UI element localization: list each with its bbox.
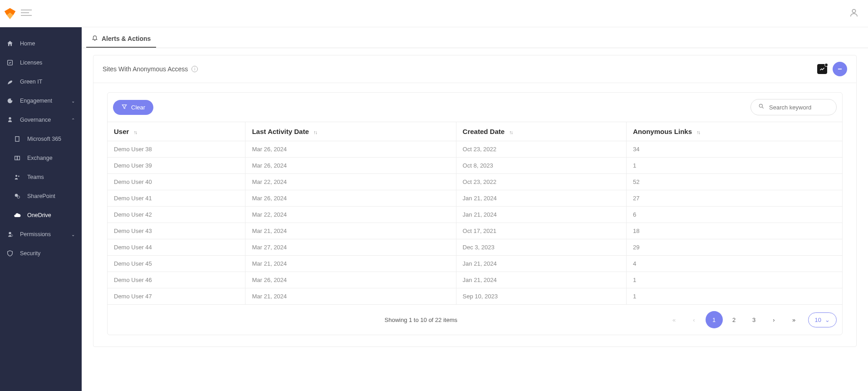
table-row[interactable]: Demo User 38Mar 26, 2024Oct 23, 202234 (108, 141, 842, 158)
sidebar-item-label: Security (20, 250, 75, 257)
sort-icon: ↑↓ (696, 129, 700, 135)
table-cell: Oct 17, 2021 (456, 223, 626, 239)
panel-actions (817, 62, 847, 76)
svg-point-11 (18, 176, 20, 177)
sidebar-item-green-it[interactable]: Green IT (0, 72, 82, 91)
table-row[interactable]: Demo User 40Mar 22, 2024Oct 23, 202252 (108, 174, 842, 190)
sidebar-item-label: Microsoft 365 (27, 136, 75, 142)
table-cell: Demo User 46 (108, 272, 245, 288)
search-input[interactable] (769, 104, 829, 111)
shield-icon (5, 249, 15, 258)
svg-point-15 (11, 235, 13, 237)
table-cell: Mar 26, 2024 (245, 141, 456, 158)
sidebar-item-permissions[interactable]: Permissions ⌄ (0, 225, 82, 244)
sidebar-item-microsoft365[interactable]: Microsoft 365 (0, 129, 82, 148)
table-toolbar: Clear (108, 93, 842, 122)
table-row[interactable]: Demo User 42Mar 22, 2024Jan 21, 20246 (108, 207, 842, 223)
search-box[interactable] (750, 99, 837, 115)
column-header-user[interactable]: User ↑↓ (108, 122, 245, 141)
sidebar-item-label: SharePoint (27, 193, 75, 199)
sidebar-item-teams[interactable]: Teams (0, 168, 82, 187)
hamburger-menu-icon[interactable] (21, 9, 32, 18)
table-cell: 18 (627, 223, 842, 239)
pagination-page-2[interactable]: 2 (726, 311, 743, 328)
table-cell: Demo User 43 (108, 223, 245, 239)
chart-toggle-button[interactable] (817, 64, 827, 74)
pagination: « ‹ 1 2 3 › » 10 ⌄ (666, 311, 837, 328)
panel-title: Sites With Anonymous Access (103, 65, 188, 73)
table-cell: Demo User 38 (108, 141, 245, 158)
sidebar-item-security[interactable]: Security (0, 244, 82, 263)
table-cell: Mar 26, 2024 (245, 272, 456, 288)
sidebar-item-governance[interactable]: Governance ⌃ (0, 110, 82, 129)
table-cell: Oct 23, 2022 (456, 141, 626, 158)
data-table: User ↑↓ Last Activity Date ↑↓ Created Da… (108, 122, 842, 305)
table-cell: Demo User 40 (108, 174, 245, 190)
app-logo[interactable] (4, 7, 16, 20)
column-header-created[interactable]: Created Date ↑↓ (456, 122, 626, 141)
table-row[interactable]: Demo User 45Mar 21, 2024Jan 21, 20244 (108, 256, 842, 272)
pagination-last-button[interactable]: » (785, 311, 803, 328)
sidebar-item-label: Governance (20, 117, 66, 123)
tab-alerts-actions[interactable]: Alerts & Actions (86, 31, 156, 48)
sort-icon: ↑↓ (314, 129, 317, 135)
panel-header: Sites With Anonymous Access i (93, 55, 856, 83)
sidebar-item-onedrive[interactable]: OneDrive (0, 206, 82, 225)
sidebar-item-label: Engagement (20, 98, 66, 104)
collapse-button[interactable] (833, 62, 847, 76)
svg-rect-9 (17, 156, 20, 160)
table-row[interactable]: Demo User 44Mar 27, 2024Dec 3, 202329 (108, 239, 842, 256)
pagination-first-button[interactable]: « (666, 311, 683, 328)
leaf-icon (5, 77, 15, 86)
sidebar-item-label: Home (20, 40, 75, 47)
table-cell: Jan 21, 2024 (456, 207, 626, 223)
bell-icon (92, 35, 98, 42)
table-cell: 29 (627, 239, 842, 256)
table-cell: 1 (627, 272, 842, 288)
table-cell: Mar 27, 2024 (245, 239, 456, 256)
pagination-prev-button[interactable]: ‹ (686, 311, 703, 328)
clear-button[interactable]: Clear (113, 100, 153, 115)
sidebar: Home Licenses Green IT Engagement ⌄ Go (0, 27, 82, 391)
table-cell: 6 (627, 207, 842, 223)
clear-button-label: Clear (131, 104, 145, 111)
info-icon[interactable]: i (191, 66, 198, 72)
table-row[interactable]: Demo User 43Mar 21, 2024Oct 17, 202118 (108, 223, 842, 239)
sidebar-item-label: OneDrive (27, 212, 75, 218)
table-cell: Demo User 41 (108, 190, 245, 207)
sidebar-item-licenses[interactable]: Licenses (0, 53, 82, 72)
pagination-page-1[interactable]: 1 (706, 311, 723, 328)
user-profile-icon[interactable] (849, 8, 859, 20)
table-cell: Mar 26, 2024 (245, 158, 456, 174)
table-card: Clear (107, 92, 843, 335)
pagination-page-3[interactable]: 3 (745, 311, 763, 328)
svg-rect-7 (15, 137, 19, 142)
sort-icon: ↑↓ (134, 129, 137, 135)
sidebar-item-label: Licenses (20, 59, 75, 66)
chevron-down-icon: ⌄ (71, 99, 75, 104)
table-row[interactable]: Demo User 41Mar 26, 2024Jan 21, 202427 (108, 190, 842, 207)
tab-bar: Alerts & Actions (82, 27, 868, 48)
pagination-next-button[interactable]: › (765, 311, 783, 328)
svg-point-6 (11, 99, 13, 100)
table-row[interactable]: Demo User 47Mar 21, 2024Sep 10, 20231 (108, 288, 842, 305)
column-header-anonymous[interactable]: Anonymous Links ↑↓ (627, 122, 842, 141)
sidebar-item-sharepoint[interactable]: SharePoint (0, 187, 82, 206)
table-row[interactable]: Demo User 46Mar 26, 2024Jan 21, 20241 (108, 272, 842, 288)
main-content: Alerts & Actions Sites With Anonymous Ac… (82, 27, 868, 391)
page-size-select[interactable]: 10 ⌄ (808, 312, 837, 327)
panel-title-container: Sites With Anonymous Access i (103, 65, 198, 73)
table-cell: Jan 21, 2024 (456, 190, 626, 207)
table-row[interactable]: Demo User 39Mar 26, 2024Oct 8, 20231 (108, 158, 842, 174)
sidebar-item-exchange[interactable]: Exchange (0, 148, 82, 168)
svg-line-18 (762, 107, 764, 109)
column-header-last-activity[interactable]: Last Activity Date ↑↓ (245, 122, 456, 141)
table-footer: Showing 1 to 10 of 22 items « ‹ 1 2 3 › … (108, 305, 842, 335)
sidebar-item-label: Permissions (20, 231, 66, 238)
filter-icon (121, 104, 128, 111)
svg-rect-8 (15, 156, 17, 160)
teams-icon (13, 173, 22, 182)
sidebar-item-engagement[interactable]: Engagement ⌄ (0, 91, 82, 110)
sidebar-item-home[interactable]: Home (0, 34, 82, 53)
table-cell: Jan 21, 2024 (456, 256, 626, 272)
